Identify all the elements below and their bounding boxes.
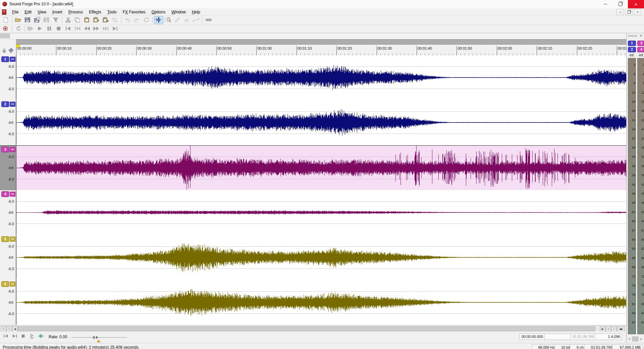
zoom-fit-button[interactable]: ◀▶ xyxy=(617,327,625,332)
scrollbar-trough[interactable] xyxy=(18,327,599,331)
go-to-end-button[interactable] xyxy=(11,333,18,340)
track-minimize-button[interactable] xyxy=(10,282,15,287)
track-minimize-button[interactable] xyxy=(10,192,15,197)
open-button[interactable] xyxy=(13,16,23,24)
channel-badge[interactable]: 2 xyxy=(1,101,9,107)
loop-region-marker[interactable] xyxy=(16,45,20,47)
ruler-major-tick xyxy=(216,46,217,55)
edit-tool-button[interactable] xyxy=(154,16,163,24)
save-as-button[interactable]: ? xyxy=(32,16,42,24)
zoom-out-button[interactable]: − xyxy=(611,327,617,332)
go-to-start-button[interactable] xyxy=(2,333,9,340)
channel-badge[interactable]: 6 xyxy=(1,281,9,287)
waveform-channel-6[interactable] xyxy=(16,280,626,325)
meter-scroll-right-button[interactable]: > xyxy=(639,337,643,341)
chopper-tool-button[interactable] xyxy=(204,16,213,24)
menu-view[interactable]: View xyxy=(35,9,49,15)
time-ruler[interactable]: 00:00:0000:00:1000:00:2000:00:3000:00:40… xyxy=(16,45,626,56)
panel-grip-icon[interactable] xyxy=(628,35,637,37)
save-button[interactable] xyxy=(23,16,32,24)
zoom-ratio-field[interactable]: 1:4,096 xyxy=(595,334,622,340)
track-minimize-button[interactable] xyxy=(10,102,15,107)
batch-render-button[interactable] xyxy=(51,16,60,24)
record-button[interactable] xyxy=(1,25,10,33)
menu-effects[interactable]: Effects xyxy=(86,9,104,15)
waveform-channel-4[interactable] xyxy=(16,190,626,235)
copy-button[interactable] xyxy=(73,16,82,24)
zoom-in-button[interactable]: + xyxy=(605,327,611,332)
paste-to-new-button[interactable] xyxy=(101,16,110,24)
rate-slider-track[interactable] xyxy=(71,337,127,338)
meter-channel-badge[interactable]: 2 xyxy=(628,47,636,52)
pause-button[interactable] xyxy=(45,25,54,33)
scrollbar-thumb[interactable] xyxy=(18,327,595,331)
channel-badge[interactable]: 3 xyxy=(1,147,9,152)
waveform-channel-1[interactable] xyxy=(16,55,626,100)
doc-close-button[interactable]: × xyxy=(634,9,641,15)
rewind-button[interactable] xyxy=(82,25,92,33)
scroll-left-button[interactable]: ◀ xyxy=(12,327,18,332)
audio-event-locator-button[interactable] xyxy=(37,333,44,340)
stop-button[interactable] xyxy=(54,25,63,33)
forward-button[interactable] xyxy=(92,25,101,33)
zoom-out-time-button[interactable]: − xyxy=(6,327,12,332)
channel-badge[interactable]: 5 xyxy=(1,236,9,242)
overview-bar[interactable] xyxy=(16,39,626,45)
menu-fx-favorites[interactable]: FX Favorites xyxy=(120,9,149,15)
track-minimize-button[interactable] xyxy=(10,237,15,242)
menu-window[interactable]: Window xyxy=(168,9,189,15)
track-header[interactable]: 2-6.0-Inf.-6.0 xyxy=(0,100,16,145)
zoom-in-time-button[interactable]: + xyxy=(1,327,6,332)
cursor-position-field[interactable]: 00:00:00.000 xyxy=(519,334,545,340)
menu-process[interactable]: Process xyxy=(65,9,86,15)
selection-start-field[interactable] xyxy=(544,334,571,340)
track-header[interactable]: 3-6.0-Inf.-6.0 xyxy=(0,146,16,191)
go-to-start-button[interactable] xyxy=(63,25,73,33)
menu-tools[interactable]: Tools xyxy=(104,9,120,15)
previous-marker-button[interactable] xyxy=(73,25,82,33)
paste-button[interactable] xyxy=(82,16,92,24)
menu-file[interactable]: File xyxy=(9,9,21,15)
waveform-channel-5[interactable] xyxy=(16,235,626,280)
cut-button[interactable] xyxy=(63,16,73,24)
doc-restore-button[interactable] xyxy=(625,9,633,15)
loop-playback-button[interactable] xyxy=(13,25,23,33)
channel-badge[interactable]: 1 xyxy=(1,56,9,62)
track-header[interactable]: 1-6.0-Inf.-6.0 xyxy=(0,55,16,100)
waveform-channel-3[interactable] xyxy=(16,146,626,190)
menu-edit[interactable]: Edit xyxy=(21,9,35,15)
meter-channel-badge[interactable]: 4 xyxy=(637,47,644,52)
track-header[interactable]: 6-6.0-Inf.-6.0 xyxy=(0,280,16,325)
meter-scroll-thumb[interactable] xyxy=(632,337,638,341)
channel-badge[interactable]: 4 xyxy=(1,191,9,197)
next-marker-button[interactable] xyxy=(101,25,110,33)
play-all-button[interactable] xyxy=(26,25,35,33)
track-header[interactable]: 4-6.0-Inf.-6.0 xyxy=(0,190,16,235)
new-file-button[interactable] xyxy=(1,16,10,24)
play-button[interactable] xyxy=(35,25,45,33)
stop-button[interactable] xyxy=(19,333,27,340)
meter-scale-label: 33 xyxy=(637,155,644,158)
menu-options[interactable]: Options xyxy=(149,9,168,15)
track-header[interactable]: 5-6.0-Inf.-6.0 xyxy=(0,235,16,280)
meter-channel-badge[interactable]: 1 xyxy=(628,41,636,46)
restore-button[interactable] xyxy=(613,0,628,8)
paste-special-button[interactable] xyxy=(92,16,101,24)
menu-help[interactable]: Help xyxy=(189,9,203,15)
close-button[interactable]: × xyxy=(628,0,644,8)
waveform-channel-2[interactable] xyxy=(16,100,626,145)
meter-scroll-left-button[interactable]: < xyxy=(627,337,632,341)
play-button[interactable] xyxy=(28,333,36,340)
track-minimize-button[interactable] xyxy=(10,147,15,152)
minimize-button[interactable] xyxy=(598,0,613,8)
doc-minimize-button[interactable] xyxy=(616,9,624,15)
menu-insert[interactable]: Insert xyxy=(49,9,65,15)
panel-close-button[interactable]: × xyxy=(639,34,643,38)
meter-channel-badge[interactable]: 3 xyxy=(637,41,644,46)
magnify-tool-button[interactable] xyxy=(163,16,173,24)
track-minimize-button[interactable] xyxy=(10,57,15,62)
go-to-end-button[interactable] xyxy=(110,25,120,33)
selection-end-field[interactable]: 01:51:39.765 xyxy=(570,334,596,340)
meter-scrollbar[interactable]: < > xyxy=(627,336,643,342)
scroll-right-button[interactable]: ▶ xyxy=(600,327,605,332)
